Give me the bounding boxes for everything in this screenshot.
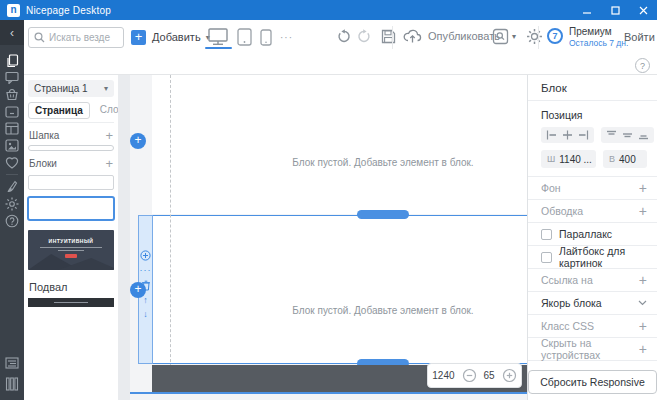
search-input[interactable]: [49, 32, 119, 43]
sidebar-item-comments[interactable]: [0, 69, 24, 86]
border-row[interactable]: Обводка +: [528, 200, 657, 223]
publish-button[interactable]: Опубликовать: [403, 28, 500, 44]
lightbox-checkbox[interactable]: [541, 252, 552, 263]
anchor-row[interactable]: Якорь блока: [528, 292, 657, 315]
hide-on-devices-row[interactable]: Скрыть на устройствах +: [528, 338, 657, 361]
page-selector-value: Страница 1: [34, 83, 88, 94]
height-field[interactable]: В 400: [603, 150, 647, 168]
parallax-checkbox[interactable]: [541, 229, 552, 240]
tablet-mode-icon[interactable]: [237, 28, 252, 46]
toolbar-separator: [538, 26, 539, 49]
align-top-icon[interactable]: [606, 130, 617, 140]
desktop-mode-icon[interactable]: [207, 27, 229, 46]
search-box[interactable]: [28, 27, 124, 48]
add-dropdown[interactable]: Добавить ▾: [152, 31, 210, 43]
publish-cloud-icon: [403, 28, 422, 44]
hide-on-devices-icon[interactable]: +: [639, 341, 647, 357]
maximize-button[interactable]: [601, 0, 629, 20]
sidebar-item-blocks[interactable]: [0, 103, 24, 120]
add-element-to-block-1-button[interactable]: +: [130, 133, 146, 149]
sidebar-item-columns[interactable]: [0, 375, 24, 392]
zoom-out-icon[interactable]: [462, 368, 477, 383]
empty-block-2-selected[interactable]: [152, 215, 527, 364]
align-left-icon[interactable]: [546, 130, 557, 140]
block-more-icon[interactable]: ···: [140, 266, 152, 275]
preview-icon: [492, 28, 509, 45]
phone-mode-icon[interactable]: [260, 29, 272, 46]
add-border-icon[interactable]: +: [639, 203, 647, 219]
css-class-row[interactable]: Класс CSS +: [528, 315, 657, 338]
align-center-icon[interactable]: [562, 130, 573, 140]
background-row[interactable]: Фон +: [528, 177, 657, 200]
lightbox-row: Лайтбокс для картинок: [528, 246, 657, 269]
empty-block-1-text: Блок пустой. Добавьте элемент в блок.: [233, 157, 533, 168]
toolbar: + Добавить ▾ ··· Опубликовать ▾: [24, 20, 657, 75]
align-bottom-icon[interactable]: [638, 130, 649, 140]
size-fields: Ш 1140 ... В 400: [528, 143, 657, 177]
more-devices-icon[interactable]: ···: [280, 30, 293, 46]
save-icon[interactable]: [381, 29, 396, 44]
active-device-underline: [205, 47, 232, 49]
block-resize-handle[interactable]: [357, 210, 409, 219]
collapse-sidebar-button[interactable]: ‹: [0, 20, 24, 45]
zoom-in-icon[interactable]: [502, 368, 517, 383]
login-button[interactable]: Войти: [624, 31, 655, 43]
add-block-icon[interactable]: [140, 250, 151, 261]
redo-icon[interactable]: [357, 29, 372, 44]
sidebar-item-settings[interactable]: [0, 195, 24, 212]
sidebar-item-layouts[interactable]: [0, 120, 24, 137]
title-bar: n Nicepage Desktop: [0, 0, 657, 20]
minimize-button[interactable]: [573, 0, 601, 20]
block-thumbnail-2-selected[interactable]: [27, 196, 115, 221]
panel-scroll-gutter[interactable]: [118, 75, 130, 400]
height-field-value: 400: [619, 154, 636, 165]
blocks-section-label: Блоки: [29, 158, 57, 169]
move-block-down-icon[interactable]: ↓: [143, 310, 148, 319]
add-link-icon[interactable]: +: [639, 272, 647, 288]
empty-block-1[interactable]: [152, 75, 527, 214]
add-css-class-icon[interactable]: +: [639, 318, 647, 334]
close-button[interactable]: [629, 0, 657, 20]
link-row[interactable]: Ссылка на +: [528, 269, 657, 292]
sidebar-item-templates[interactable]: [0, 354, 24, 371]
hero-thumb-caption-line: [58, 250, 84, 251]
width-field-value: 1140 ...: [559, 154, 592, 165]
preview-dropdown[interactable]: ▾: [492, 28, 516, 45]
header-thumbnail[interactable]: [28, 145, 114, 151]
pages-panel: Страница 1 ▾ Страница Слои Шапка + Блоки…: [24, 75, 118, 400]
page-selector[interactable]: Страница 1 ▾: [28, 80, 114, 97]
move-block-up-icon[interactable]: ↑: [143, 296, 148, 305]
reset-responsive-button[interactable]: Сбросить Responsive: [528, 370, 656, 394]
block-thumbnail-hero[interactable]: ИНТУИТИВНЫЙ: [28, 230, 114, 270]
sidebar-item-help[interactable]: [0, 212, 24, 229]
align-middle-icon[interactable]: [622, 130, 633, 140]
sidebar-item-favorites[interactable]: [0, 154, 24, 171]
settings-gear-icon[interactable]: [526, 28, 543, 45]
sidebar-item-theme[interactable]: [0, 178, 24, 195]
add-block-button[interactable]: +: [105, 159, 113, 169]
margin-guide-line: [170, 75, 171, 392]
zoom-percent-value: 65: [484, 370, 495, 381]
width-field[interactable]: Ш 1140 ...: [541, 150, 596, 168]
chevron-down-icon[interactable]: [638, 300, 647, 306]
help-button[interactable]: ?: [635, 58, 650, 73]
premium-status[interactable]: 7 Премиум Осталось 7 дн.: [547, 26, 628, 48]
add-element-button[interactable]: +: [131, 30, 146, 45]
align-right-icon[interactable]: [578, 130, 589, 140]
properties-panel: Блок Позиция Ш 1140 ... В 400: [527, 75, 657, 400]
add-element-to-block-2-button[interactable]: +: [130, 282, 146, 298]
page-width-value[interactable]: 1240: [432, 370, 454, 381]
footer-thumbnail[interactable]: [28, 298, 114, 307]
add-header-button[interactable]: +: [105, 131, 113, 141]
sidebar-item-pages[interactable]: [0, 52, 24, 69]
canvas[interactable]: + Блок пустой. Добавьте элемент в блок. …: [130, 75, 527, 400]
width-field-label: Ш: [547, 154, 555, 164]
sidebar-item-store[interactable]: [0, 86, 24, 103]
add-background-icon[interactable]: +: [639, 180, 647, 196]
selection-bottom-border: [130, 392, 527, 394]
tab-page[interactable]: Страница: [28, 102, 90, 119]
sidebar-item-images[interactable]: [0, 137, 24, 154]
block-thumbnail-1[interactable]: [28, 175, 114, 190]
undo-icon[interactable]: [336, 29, 351, 44]
hero-thumb-caption-line: [40, 247, 102, 248]
